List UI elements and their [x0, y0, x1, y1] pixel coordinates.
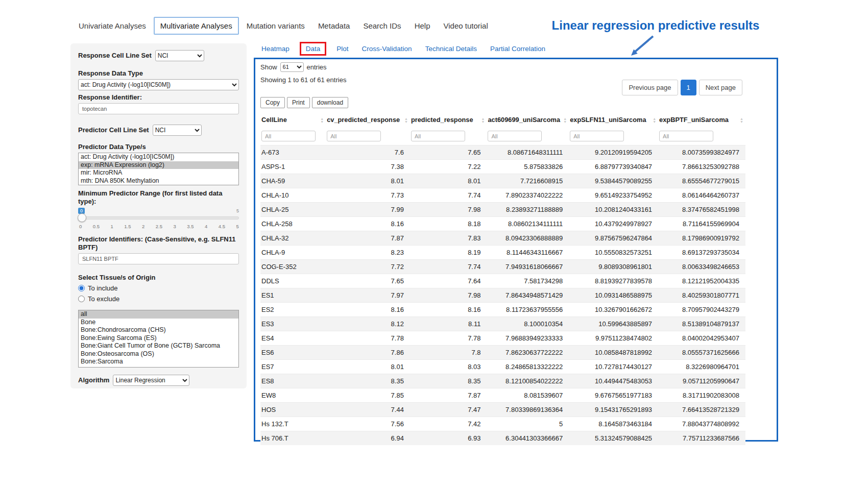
- col-header-predicted-response[interactable]: ▲▼predicted_response: [410, 112, 487, 127]
- cell-value: 7.97: [326, 288, 410, 303]
- tab-partial-correlation[interactable]: Partial Correlation: [490, 45, 545, 53]
- cell-line-name: CHLA-32: [260, 231, 326, 246]
- cell-value: 7.78: [410, 331, 487, 346]
- cell-value: 8.3226980964701: [658, 360, 745, 374]
- cell-value: 8.11723637955556: [487, 303, 569, 317]
- tissue-option[interactable]: Bone: [79, 319, 238, 327]
- tissue-option[interactable]: Bone:Ewing Sarcoma (ES): [79, 334, 238, 343]
- slider-handle[interactable]: [78, 213, 86, 222]
- tissue-option[interactable]: Bone:Sarcoma: [79, 358, 238, 366]
- cell-value: 8.081539607: [487, 388, 569, 403]
- cell-value: 8.16: [326, 217, 410, 231]
- filter-input-predicted-response[interactable]: [411, 131, 465, 141]
- filter-input-expslfn11[interactable]: [570, 131, 624, 141]
- cell-value: 8.65554677279015: [658, 174, 745, 188]
- copy-button[interactable]: Copy: [260, 97, 285, 108]
- predictor-data-type-option[interactable]: mth: DNA 850K Methylation: [79, 177, 238, 185]
- slider-max-label: 5: [236, 208, 239, 213]
- cell-value: 8.17986900919792: [658, 231, 745, 246]
- previous-page-button[interactable]: Previous page: [622, 80, 678, 95]
- cell-line-name: A-673: [260, 145, 326, 160]
- cell-value: 7.80339869136364: [487, 403, 569, 417]
- cell-value: 7.86613253092788: [658, 160, 745, 174]
- tissue-option-selected[interactable]: all: [79, 310, 238, 319]
- nav-video-tutorial[interactable]: Video tutorial: [438, 18, 493, 34]
- col-header-expbptf[interactable]: ▲▼expBPTF_uniSarcoma: [658, 112, 745, 127]
- predictor-cell-line-set-select[interactable]: NCI: [153, 125, 202, 136]
- nav-multivariate-analyses[interactable]: Multivariate Analyses: [154, 17, 239, 35]
- cell-line-name: ES3: [260, 317, 326, 331]
- col-header-expslfn11[interactable]: ▲▼expSLFN11_uniSarcoma: [569, 112, 658, 127]
- tissue-option[interactable]: Bone:Osteosarcoma (OS): [79, 350, 238, 358]
- cell-line-name: ES8: [260, 374, 326, 388]
- table-row: ASPS-17.387.225.8758338266.8879773934084…: [260, 160, 745, 174]
- tab-cross-validation[interactable]: Cross-Validation: [362, 45, 412, 53]
- nav-mutation-variants[interactable]: Mutation variants: [241, 18, 310, 34]
- filter-input-expbptf[interactable]: [659, 131, 713, 141]
- response-data-type-select[interactable]: act: Drug Activity (-log10[IC50M]): [78, 79, 239, 90]
- cell-value: 8.12: [326, 317, 410, 331]
- filter-input-act609699[interactable]: [488, 131, 542, 141]
- show-entries-suffix: entries: [307, 63, 327, 71]
- nav-univariate-analyses[interactable]: Univariate Analyses: [73, 18, 152, 34]
- download-button[interactable]: download: [312, 97, 348, 108]
- print-button[interactable]: Print: [287, 97, 310, 108]
- tissue-include-radio[interactable]: [78, 285, 85, 291]
- nav-metadata[interactable]: Metadata: [312, 18, 356, 34]
- cell-value: 10.4379249978927: [569, 217, 658, 231]
- cell-value: 7.73: [326, 188, 410, 203]
- current-page-button[interactable]: 1: [681, 80, 696, 95]
- col-header-cv-predicted-response[interactable]: ▲▼cv_predicted_response: [326, 112, 410, 127]
- tab-heatmap[interactable]: Heatmap: [261, 45, 290, 53]
- cell-value: 9.67675651977183: [569, 388, 658, 403]
- predictor-data-type-option-selected[interactable]: exp: mRNA Expression (log2): [79, 161, 238, 169]
- cell-value: 7.85: [326, 388, 410, 403]
- cell-line-name: ES4: [260, 331, 326, 346]
- cell-value: 7.6: [326, 145, 410, 160]
- predictor-cell-line-set-label: Predictor Cell Line Set: [78, 126, 149, 134]
- next-page-button[interactable]: Next page: [699, 80, 742, 95]
- tab-technical-details[interactable]: Technical Details: [425, 45, 477, 53]
- nav-search-ids[interactable]: Search IDs: [357, 18, 406, 34]
- predictor-identifiers-input[interactable]: [78, 253, 239, 264]
- cell-value: 7.88043774808992: [658, 417, 745, 431]
- cell-value: 8.23893271188889: [487, 203, 569, 217]
- filter-input-cellline[interactable]: [261, 131, 316, 141]
- cell-value: 7.86: [326, 346, 410, 360]
- cell-value: 9.05711205990647: [658, 374, 745, 388]
- tab-plot[interactable]: Plot: [336, 45, 348, 53]
- cell-value: 7.96883949233333: [487, 331, 569, 346]
- tissue-exclude-radio[interactable]: [78, 296, 85, 302]
- table-row: ES67.867.87.8623063772222210.08584878189…: [260, 346, 745, 360]
- response-cell-line-set-select[interactable]: NCI: [155, 50, 204, 61]
- algorithm-select[interactable]: Linear Regression: [113, 375, 189, 386]
- slider-tick-label: 3: [174, 224, 176, 229]
- filter-input-cv-predicted-response[interactable]: [327, 131, 381, 141]
- table-row: ES38.128.118.10001035410.5996438858978.5…: [260, 317, 745, 331]
- sort-icon: ▲▼: [740, 117, 743, 124]
- table-row: CHLA-327.877.838.094233068888899.8756759…: [260, 231, 745, 246]
- cell-line-name: Hs 706.T: [260, 431, 326, 446]
- nav-help[interactable]: Help: [409, 18, 436, 34]
- cell-line-name: CHLA-9: [260, 246, 326, 260]
- col-header-cellline[interactable]: ▲▼CellLine: [260, 112, 326, 127]
- table-row: COG-E-3527.727.747.949316180666679.80893…: [260, 260, 745, 274]
- table-row: ES28.168.168.1172363795555610.3267901662…: [260, 303, 745, 317]
- tab-data[interactable]: Data: [300, 42, 327, 56]
- response-identifier-input[interactable]: [78, 103, 239, 114]
- tissue-option[interactable]: Bone:Chondrosarcoma (CHS): [79, 326, 238, 334]
- slider-track[interactable]: [78, 216, 239, 219]
- predictor-data-type-option[interactable]: mir: MicroRNA: [79, 169, 238, 177]
- predictor-data-type-option[interactable]: act: Drug Activity (-log10[IC50M]): [79, 153, 238, 161]
- show-entries-select[interactable]: 61: [280, 62, 304, 72]
- cell-value: 8.12100854022222: [487, 374, 569, 388]
- table-row: CHA-598.018.017.72166089159.538445790892…: [260, 174, 745, 188]
- cell-line-name: ES2: [260, 303, 326, 317]
- col-header-act609699[interactable]: ▲▼act609699_uniSarcoma: [487, 112, 569, 127]
- cell-value: 8.37476582451998: [658, 203, 745, 217]
- algorithm-label: Algorithm: [78, 376, 109, 384]
- cell-value: 7.47: [410, 403, 487, 417]
- cell-value: 7.83: [410, 231, 487, 246]
- cell-value: 10.7278174430127: [569, 360, 658, 374]
- tissue-option[interactable]: Bone:Giant Cell Tumor of Bone (GCTB) Sar…: [79, 342, 238, 350]
